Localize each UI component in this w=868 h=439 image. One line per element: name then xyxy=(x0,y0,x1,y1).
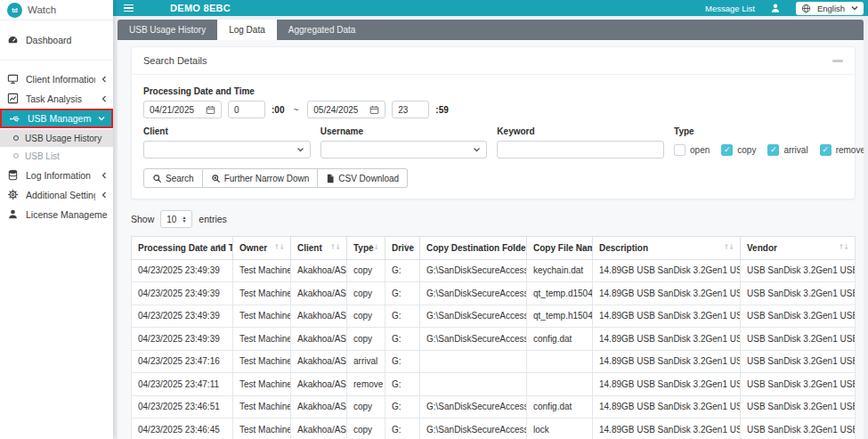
date-time-label: Processing Date and Time xyxy=(143,86,843,96)
sidebar-item-client-information[interactable]: Client Information xyxy=(0,69,113,88)
table-cell: G:\SanDiskSecureAccess Vault xyxy=(420,305,527,328)
table-cell: Test Machine xyxy=(233,259,291,282)
table-cell: Akakhoa/ASUS xyxy=(291,282,347,305)
username-select[interactable] xyxy=(320,141,488,159)
column-header[interactable]: ↑↓Description xyxy=(593,237,741,260)
column-label: Processing Date and Time xyxy=(138,243,233,253)
show-entries-row: Show 10 ▲▼ entries xyxy=(131,210,856,228)
tab-usb-usage-history[interactable]: USB Usage History xyxy=(118,20,217,40)
column-header[interactable]: ↑↓Type xyxy=(347,237,385,260)
calendar-icon[interactable] xyxy=(369,105,379,115)
keyword-label: Keyword xyxy=(497,126,664,136)
to-date-input[interactable] xyxy=(307,101,385,118)
sort-icon[interactable]: ↑↓ xyxy=(330,243,340,251)
user-icon xyxy=(6,208,20,220)
table-cell: config.dat xyxy=(527,328,593,351)
column-header[interactable]: ↑↓Client xyxy=(291,237,347,260)
from-hour-value[interactable] xyxy=(234,105,259,115)
column-header[interactable]: ↑↓Drive xyxy=(385,237,420,260)
table-cell: USB SanDisk 3.2Gen1 USB Device xyxy=(741,373,856,396)
collapse-button[interactable] xyxy=(832,60,843,62)
sidebar-item-task-analysis[interactable]: Task Analysis xyxy=(0,89,113,108)
table-cell: Test Machine xyxy=(233,350,291,373)
search-button[interactable]: Search xyxy=(143,168,203,188)
chevron-left-icon xyxy=(101,76,107,83)
table-cell: Test Machine xyxy=(233,305,291,328)
table-cell: Test Machine xyxy=(233,395,291,419)
from-date-value[interactable] xyxy=(150,105,202,115)
tab-bar: USB Usage History Log Data Aggregated Da… xyxy=(118,20,864,40)
table-cell: config.dat xyxy=(527,395,593,419)
table-cell: 14.89GB USB SanDisk 3.2Gen1 USB Device xyxy=(593,282,741,305)
message-list-link[interactable]: Message List xyxy=(705,4,755,13)
sidebar-item-additional-settings[interactable]: Additional Settings xyxy=(0,185,113,204)
table-row: 04/23/2025 23:49:39Test MachineAkakhoa/A… xyxy=(132,259,856,282)
gauge-icon xyxy=(6,34,20,45)
sidebar-item-license-management[interactable]: License Management xyxy=(0,205,113,224)
table-cell: arrival xyxy=(347,350,385,373)
table-cell: 04/23/2025 23:46:51 xyxy=(132,395,233,419)
sort-icon[interactable]: ↑↓ xyxy=(724,243,734,251)
table-row: 04/23/2025 23:47:16Test MachineAkakhoa/A… xyxy=(132,350,856,373)
from-date-input[interactable] xyxy=(143,101,222,118)
sort-icon[interactable]: ↑↓ xyxy=(839,243,848,251)
column-header[interactable]: ↑↓Vendor xyxy=(741,237,856,260)
table-cell: 04/23/2025 23:49:39 xyxy=(132,282,233,305)
table-row: 04/23/2025 23:49:39Test MachineAkakhoa/A… xyxy=(132,305,856,328)
top-navbar: DEMO 8EBC Message List English xyxy=(113,0,868,16)
to-hour-value[interactable] xyxy=(398,105,423,115)
table-row: 04/23/2025 23:49:39Test MachineAkakhoa/A… xyxy=(132,282,856,305)
tab-log-data[interactable]: Log Data xyxy=(217,20,277,40)
keyword-value[interactable] xyxy=(503,145,658,155)
account-icon[interactable] xyxy=(770,3,781,13)
filters-row: Client Username xyxy=(143,120,843,159)
sidebar-item-log-information[interactable]: Log Information xyxy=(0,166,113,184)
tab-aggregated-data[interactable]: Aggregated Data xyxy=(277,20,368,40)
table-cell xyxy=(527,350,593,373)
sort-icon[interactable]: ↑↓ xyxy=(274,243,284,251)
sidebar-item-usb-list[interactable]: USB List xyxy=(0,147,113,165)
sidebar-item-label: Task Analysis xyxy=(26,93,95,104)
nav-divider xyxy=(0,50,113,61)
sidebar-item-usb-management[interactable]: USB Management xyxy=(0,109,113,128)
sidebar: td Watch Dashboard Client Information xyxy=(0,0,113,439)
column-label: Copy Destination Folder xyxy=(426,243,527,253)
chevron-left-icon xyxy=(101,191,107,199)
sidebar-item-label: USB List xyxy=(25,151,106,161)
open-checkbox-label: open xyxy=(690,145,710,155)
username-label: Username xyxy=(320,126,488,136)
page-size-value: 10 xyxy=(166,215,176,224)
column-header[interactable]: ↑↓Copy Destination Folder xyxy=(420,237,527,260)
file-download-icon xyxy=(326,174,335,183)
to-hour-input[interactable] xyxy=(392,101,429,118)
table-cell: USB SanDisk 3.2Gen1 USB Device xyxy=(741,282,856,305)
log-table: ↑↓Processing Date and Time↑↓Owner↑↓Clien… xyxy=(131,236,856,439)
to-date-value[interactable] xyxy=(313,105,366,115)
keyword-input[interactable] xyxy=(497,141,664,159)
csv-download-button[interactable]: CSV Download xyxy=(318,168,408,188)
search-details-body: Processing Date and Time : xyxy=(132,75,855,199)
sidebar-item-usb-usage-history[interactable]: USB Usage History xyxy=(0,129,113,147)
client-select[interactable] xyxy=(143,141,311,159)
globe-icon xyxy=(801,4,811,13)
language-value: English xyxy=(815,4,847,13)
menu-toggle-icon[interactable] xyxy=(124,4,134,12)
calendar-icon[interactable] xyxy=(206,105,215,115)
narrow-button-label: Further Narrow Down xyxy=(224,174,310,183)
chevron-down-icon xyxy=(473,147,481,152)
remove-checkbox[interactable]: ✓ xyxy=(820,144,831,156)
open-checkbox[interactable] xyxy=(674,144,685,156)
table-cell: remove xyxy=(347,373,385,396)
column-header[interactable]: ↑↓Copy File Name xyxy=(527,237,593,260)
search-details-card: Search Details Processing Date and Time xyxy=(131,46,856,199)
language-selector[interactable]: English xyxy=(796,2,864,15)
arrival-checkbox[interactable]: ✓ xyxy=(767,144,779,156)
column-header[interactable]: ↑↓Processing Date and Time xyxy=(132,237,233,260)
further-narrow-down-button[interactable]: Further Narrow Down xyxy=(203,168,319,188)
from-hour-input[interactable] xyxy=(228,101,265,118)
sidebar-item-dashboard[interactable]: Dashboard xyxy=(0,30,113,49)
copy-checkbox[interactable]: ✓ xyxy=(721,144,733,156)
page-size-select[interactable]: 10 ▲▼ xyxy=(160,210,192,228)
table-cell: G:\SanDiskSecureAccess Vault xyxy=(420,282,527,305)
column-header[interactable]: ↑↓Owner xyxy=(233,237,291,260)
